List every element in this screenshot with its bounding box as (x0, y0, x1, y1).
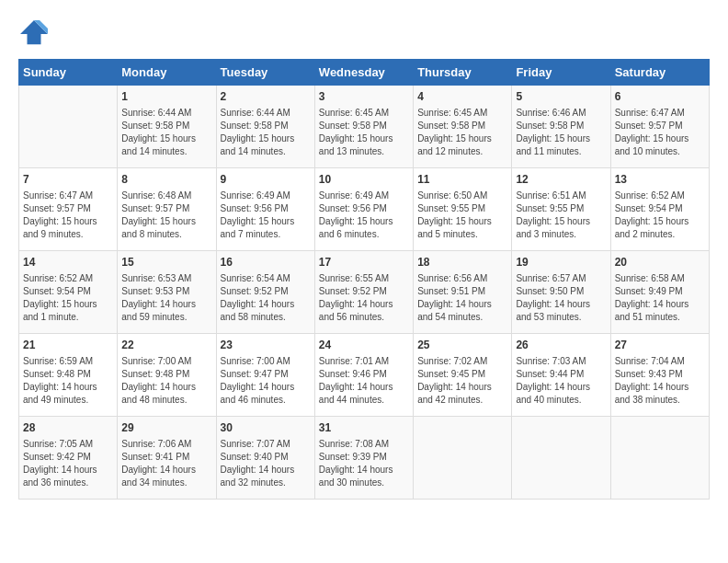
day-number: 8 (121, 172, 211, 188)
day-number: 27 (615, 338, 705, 353)
day-number: 31 (319, 420, 409, 436)
header-cell-saturday: Saturday (610, 60, 709, 86)
day-cell: 2Sunrise: 6:44 AM Sunset: 9:58 PM Daylig… (216, 86, 314, 168)
day-number: 4 (417, 89, 507, 105)
week-row: 14Sunrise: 6:52 AM Sunset: 9:54 PM Dayli… (19, 251, 710, 334)
week-row: 28Sunrise: 7:05 AM Sunset: 9:42 PM Dayli… (19, 417, 710, 500)
day-cell: 11Sunrise: 6:50 AM Sunset: 9:55 PM Dayli… (414, 168, 512, 251)
day-number: 29 (121, 420, 211, 436)
day-info: Sunrise: 6:51 AM Sunset: 9:55 PM Dayligh… (516, 190, 606, 241)
header-cell-tuesday: Tuesday (216, 60, 314, 86)
day-info: Sunrise: 6:50 AM Sunset: 9:55 PM Dayligh… (417, 190, 507, 241)
header-cell-wednesday: Wednesday (314, 60, 413, 86)
day-info: Sunrise: 6:47 AM Sunset: 9:57 PM Dayligh… (615, 107, 705, 158)
day-cell: 19Sunrise: 6:57 AM Sunset: 9:50 PM Dayli… (512, 251, 610, 334)
day-number: 2 (221, 89, 311, 105)
day-info: Sunrise: 7:06 AM Sunset: 9:41 PM Dayligh… (121, 438, 211, 489)
day-info: Sunrise: 7:00 AM Sunset: 9:48 PM Dayligh… (121, 355, 211, 407)
day-cell: 15Sunrise: 6:53 AM Sunset: 9:53 PM Dayli… (118, 251, 216, 334)
day-info: Sunrise: 7:02 AM Sunset: 9:45 PM Dayligh… (417, 355, 507, 407)
day-number: 9 (221, 172, 311, 188)
day-number: 13 (615, 172, 705, 188)
day-cell: 29Sunrise: 7:06 AM Sunset: 9:41 PM Dayli… (118, 417, 216, 500)
day-number: 30 (221, 420, 311, 436)
week-row: 1Sunrise: 6:44 AM Sunset: 9:58 PM Daylig… (19, 86, 710, 168)
day-number: 20 (615, 255, 705, 270)
calendar-header: SundayMondayTuesdayWednesdayThursdayFrid… (19, 60, 710, 86)
day-info: Sunrise: 7:01 AM Sunset: 9:46 PM Dayligh… (319, 355, 409, 407)
day-info: Sunrise: 6:58 AM Sunset: 9:49 PM Dayligh… (615, 272, 705, 324)
day-number: 11 (417, 172, 507, 188)
day-cell: 14Sunrise: 6:52 AM Sunset: 9:54 PM Dayli… (19, 251, 118, 334)
day-cell: 27Sunrise: 7:04 AM Sunset: 9:43 PM Dayli… (610, 334, 709, 417)
day-number: 7 (23, 172, 113, 188)
day-info: Sunrise: 6:49 AM Sunset: 9:56 PM Dayligh… (319, 190, 409, 241)
calendar-table: SundayMondayTuesdayWednesdayThursdayFrid… (18, 59, 710, 500)
day-info: Sunrise: 6:52 AM Sunset: 9:54 PM Dayligh… (23, 272, 113, 324)
day-cell: 12Sunrise: 6:51 AM Sunset: 9:55 PM Dayli… (512, 168, 610, 251)
day-cell: 24Sunrise: 7:01 AM Sunset: 9:46 PM Dayli… (314, 334, 413, 417)
day-number: 6 (615, 89, 705, 105)
week-row: 21Sunrise: 6:59 AM Sunset: 9:48 PM Dayli… (19, 334, 710, 417)
day-info: Sunrise: 6:53 AM Sunset: 9:53 PM Dayligh… (121, 272, 211, 324)
day-cell: 16Sunrise: 6:54 AM Sunset: 9:52 PM Dayli… (216, 251, 314, 334)
day-cell: 10Sunrise: 6:49 AM Sunset: 9:56 PM Dayli… (314, 168, 413, 251)
day-info: Sunrise: 6:52 AM Sunset: 9:54 PM Dayligh… (615, 190, 705, 241)
day-info: Sunrise: 6:59 AM Sunset: 9:48 PM Dayligh… (23, 355, 113, 407)
day-number: 5 (516, 89, 606, 105)
page-header (18, 18, 710, 50)
day-cell (610, 417, 709, 500)
day-number: 3 (319, 89, 409, 105)
day-info: Sunrise: 6:55 AM Sunset: 9:52 PM Dayligh… (319, 272, 409, 324)
day-number: 24 (319, 338, 409, 353)
logo (18, 18, 48, 50)
day-cell: 6Sunrise: 6:47 AM Sunset: 9:57 PM Daylig… (610, 86, 709, 168)
day-info: Sunrise: 6:57 AM Sunset: 9:50 PM Dayligh… (516, 272, 606, 324)
day-number: 26 (516, 338, 606, 353)
day-info: Sunrise: 6:44 AM Sunset: 9:58 PM Dayligh… (221, 107, 311, 158)
day-number: 18 (417, 255, 507, 270)
day-info: Sunrise: 6:47 AM Sunset: 9:57 PM Dayligh… (23, 190, 113, 241)
day-number: 23 (221, 338, 311, 353)
day-cell: 21Sunrise: 6:59 AM Sunset: 9:48 PM Dayli… (19, 334, 118, 417)
day-cell (19, 86, 118, 168)
week-row: 7Sunrise: 6:47 AM Sunset: 9:57 PM Daylig… (19, 168, 710, 251)
day-info: Sunrise: 6:44 AM Sunset: 9:58 PM Dayligh… (121, 107, 211, 158)
calendar-body: 1Sunrise: 6:44 AM Sunset: 9:58 PM Daylig… (19, 86, 710, 500)
day-cell: 20Sunrise: 6:58 AM Sunset: 9:49 PM Dayli… (610, 251, 709, 334)
day-number: 10 (319, 172, 409, 188)
header-cell-monday: Monday (118, 60, 216, 86)
day-cell: 1Sunrise: 6:44 AM Sunset: 9:58 PM Daylig… (118, 86, 216, 168)
day-info: Sunrise: 6:46 AM Sunset: 9:58 PM Dayligh… (516, 107, 606, 158)
day-number: 28 (23, 420, 113, 436)
day-info: Sunrise: 7:07 AM Sunset: 9:40 PM Dayligh… (221, 438, 311, 489)
day-cell: 22Sunrise: 7:00 AM Sunset: 9:48 PM Dayli… (118, 334, 216, 417)
day-cell: 5Sunrise: 6:46 AM Sunset: 9:58 PM Daylig… (512, 86, 610, 168)
day-number: 1 (121, 89, 211, 105)
header-cell-thursday: Thursday (414, 60, 512, 86)
day-info: Sunrise: 7:03 AM Sunset: 9:44 PM Dayligh… (516, 355, 606, 407)
day-cell: 4Sunrise: 6:45 AM Sunset: 9:58 PM Daylig… (414, 86, 512, 168)
day-cell (512, 417, 610, 500)
svg-marker-0 (20, 20, 48, 44)
day-number: 25 (417, 338, 507, 353)
day-number: 15 (121, 255, 211, 270)
day-cell: 8Sunrise: 6:48 AM Sunset: 9:57 PM Daylig… (118, 168, 216, 251)
day-info: Sunrise: 6:56 AM Sunset: 9:51 PM Dayligh… (417, 272, 507, 324)
day-info: Sunrise: 6:48 AM Sunset: 9:57 PM Dayligh… (121, 190, 211, 241)
day-cell: 9Sunrise: 6:49 AM Sunset: 9:56 PM Daylig… (216, 168, 314, 251)
day-info: Sunrise: 6:45 AM Sunset: 9:58 PM Dayligh… (319, 107, 409, 158)
day-number: 14 (23, 255, 113, 270)
day-cell: 13Sunrise: 6:52 AM Sunset: 9:54 PM Dayli… (610, 168, 709, 251)
day-cell: 3Sunrise: 6:45 AM Sunset: 9:58 PM Daylig… (314, 86, 413, 168)
day-cell (414, 417, 512, 500)
day-number: 22 (121, 338, 211, 353)
day-number: 21 (23, 338, 113, 353)
logo-icon (20, 18, 48, 46)
day-info: Sunrise: 6:45 AM Sunset: 9:58 PM Dayligh… (417, 107, 507, 158)
day-number: 16 (221, 255, 311, 270)
header-cell-sunday: Sunday (19, 60, 118, 86)
day-number: 17 (319, 255, 409, 270)
day-cell: 18Sunrise: 6:56 AM Sunset: 9:51 PM Dayli… (414, 251, 512, 334)
day-info: Sunrise: 7:00 AM Sunset: 9:47 PM Dayligh… (221, 355, 311, 407)
